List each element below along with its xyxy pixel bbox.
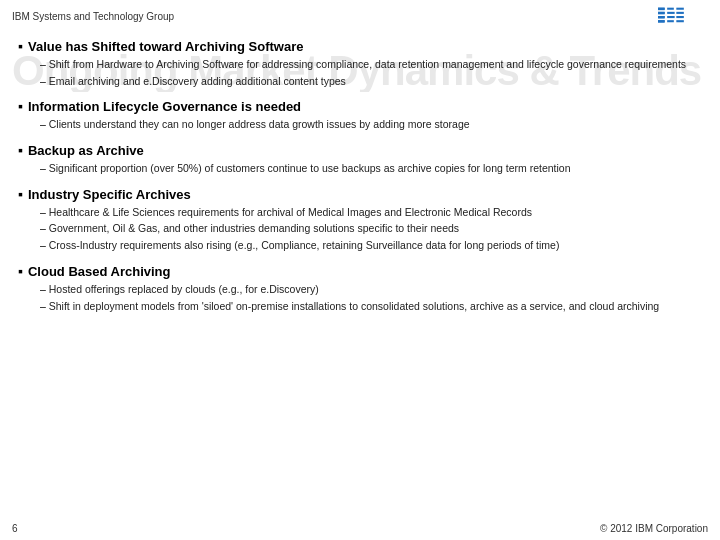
section-title-cloud-archiving: Cloud Based Archiving <box>18 263 702 279</box>
svg-rect-10 <box>667 12 675 14</box>
section-title-info-lifecycle: Information Lifecycle Governance is need… <box>18 98 702 114</box>
svg-rect-8 <box>658 20 665 22</box>
section-backup-archive: Backup as ArchiveSignificant proportion … <box>18 142 702 176</box>
sub-item: Cross-Industry requirements also rising … <box>40 238 702 253</box>
svg-rect-6 <box>658 12 665 14</box>
svg-rect-16 <box>676 20 684 22</box>
section-industry-archives: Industry Specific ArchivesHealthcare & L… <box>18 186 702 253</box>
svg-rect-7 <box>658 16 665 18</box>
sub-item: Shift in deployment models from 'siloed'… <box>40 299 702 314</box>
svg-rect-13 <box>676 8 684 10</box>
sub-item: Email archiving and e.Discovery adding a… <box>40 74 702 89</box>
svg-rect-9 <box>667 8 674 10</box>
ibm-logo <box>658 6 708 26</box>
section-title-backup-archive: Backup as Archive <box>18 142 702 158</box>
section-title-value-shift: Value has Shifted toward Archiving Softw… <box>18 38 702 54</box>
section-value-shift: Value has Shifted toward Archiving Softw… <box>18 38 702 88</box>
sub-item: Clients understand they can no longer ad… <box>40 117 702 132</box>
svg-rect-5 <box>658 8 665 10</box>
section-title-industry-archives: Industry Specific Archives <box>18 186 702 202</box>
page-footer: 6 © 2012 IBM Corporation <box>12 523 708 534</box>
svg-rect-15 <box>676 16 684 18</box>
main-content: Value has Shifted toward Archiving Softw… <box>0 30 720 331</box>
header-title: IBM Systems and Technology Group <box>12 11 174 22</box>
sub-item: Shift from Hardware to Archiving Softwar… <box>40 57 702 72</box>
sub-item: Healthcare & Life Sciences requirements … <box>40 205 702 220</box>
sub-item: Significant proportion (over 50%) of cus… <box>40 161 702 176</box>
svg-rect-12 <box>667 20 674 22</box>
page-header: IBM Systems and Technology Group <box>0 0 720 30</box>
sub-item: Hosted offerings replaced by clouds (e.g… <box>40 282 702 297</box>
copyright: © 2012 IBM Corporation <box>600 523 708 534</box>
svg-rect-14 <box>676 12 684 14</box>
section-cloud-archiving: Cloud Based ArchivingHosted offerings re… <box>18 263 702 313</box>
svg-rect-11 <box>667 16 675 18</box>
section-info-lifecycle: Information Lifecycle Governance is need… <box>18 98 702 132</box>
sub-item: Government, Oil & Gas, and other industr… <box>40 221 702 236</box>
page-number: 6 <box>12 523 18 534</box>
